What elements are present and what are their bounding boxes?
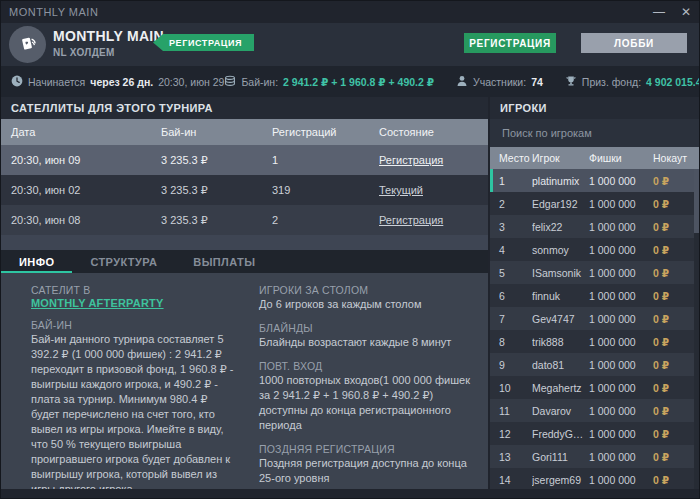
cards-icon <box>18 33 38 57</box>
start-label: Начинается <box>28 76 85 88</box>
player-name: dato81 <box>532 359 589 371</box>
start-countdown: через 26 дн. <box>90 76 153 88</box>
satellite-parent-link[interactable]: MONTHLY AFTERPARTY <box>31 297 237 309</box>
satellite-registrations: 2 <box>272 214 379 226</box>
player-rank: 4 <box>499 244 532 256</box>
player-rank: 13 <box>499 451 532 463</box>
register-button[interactable]: РЕГИСТРАЦИЯ <box>464 33 556 53</box>
player-rank: 9 <box>499 359 532 371</box>
satellite-row[interactable]: 20:30, июн 093 235.3 ₽1Регистрация <box>1 145 488 175</box>
player-row[interactable]: 2Edgar1921 000 0000 ₽ <box>490 192 699 215</box>
player-chips: 1 000 000 <box>589 313 653 325</box>
satellite-status-link[interactable]: Регистрация <box>379 214 488 226</box>
player-name: felix22 <box>532 221 589 233</box>
player-name: Gev4747 <box>532 313 589 325</box>
info-section-text: До 6 игроков за каждым столом <box>259 297 477 312</box>
player-rank: 5 <box>499 267 532 279</box>
player-name: Megahertz <box>532 382 589 394</box>
player-name: trik888 <box>532 336 589 348</box>
player-row[interactable]: 4sonmoy1 000 0000 ₽ <box>490 238 699 261</box>
tab-payouts[interactable]: ВЫПЛАТЫ <box>175 250 273 273</box>
player-name: finnuk <box>532 290 589 302</box>
player-chips: 1 000 000 <box>589 221 653 233</box>
players-header: МестоИгрокФишкиНокаут <box>490 147 699 169</box>
info-col-right: ИГРОКИ ЗА СТОЛОМДо 6 игроков за каждым с… <box>259 274 477 489</box>
player-search-input[interactable] <box>500 126 689 140</box>
player-knockout: 0 ₽ <box>653 428 699 440</box>
player-row[interactable]: 12FreddyGu...1 000 0000 ₽ <box>490 422 699 445</box>
player-chips: 1 000 000 <box>589 428 653 440</box>
player-chips: 1 000 000 <box>589 267 653 279</box>
lobby-button[interactable]: ЛОББИ <box>581 33 687 53</box>
minimize-icon[interactable]: — <box>653 6 665 18</box>
title-bar: MONTHLY MAIN — ✕ <box>1 1 699 23</box>
player-chips: 1 000 000 <box>589 405 653 417</box>
player-rank: 1 <box>499 175 532 187</box>
column-header: Состояние <box>379 126 488 138</box>
player-knockout: 0 ₽ <box>653 336 699 348</box>
satellite-rows: 20:30, июн 093 235.3 ₽1Регистрация20:30,… <box>1 145 488 235</box>
satellite-date: 20:30, июн 02 <box>11 184 161 196</box>
info-section-label: ПОЗДНЯЯ РЕГИСТРАЦИЯ <box>259 443 477 455</box>
player-row[interactable]: 5ISamsonik1 000 0000 ₽ <box>490 261 699 284</box>
satellite-status-link[interactable]: Текущий <box>379 184 488 196</box>
satellite-registrations: 1 <box>272 154 379 166</box>
player-rank: 12 <box>499 428 532 440</box>
players-scrollbar-thumb[interactable] <box>694 169 699 233</box>
player-name: platinumix <box>532 175 589 187</box>
info-section-text: Поздняя регистрация доступна до конца 25… <box>259 456 477 486</box>
tournament-title: MONTHLY MAIN <box>53 28 164 44</box>
player-row[interactable]: 13Gori1111 000 0000 ₽ <box>490 445 699 468</box>
player-chips: 1 000 000 <box>589 336 653 348</box>
player-knockout: 0 ₽ <box>653 382 699 394</box>
info-section-label: БЛАЙНДЫ <box>259 322 477 334</box>
info-section-text: Бай-ин данного турнира составляет 5 392.… <box>31 332 237 489</box>
player-chips: 1 000 000 <box>589 290 653 302</box>
player-name: Gori111 <box>532 451 589 463</box>
satellites-section-title: САТЕЛЛИТЫ ДЛЯ ЭТОГО ТУРНИРА <box>1 97 488 119</box>
info-col-left: САТЕЛИТ ВMONTHLY AFTERPARTYБАЙ-ИНБай-ин … <box>31 274 237 489</box>
satellite-date: 20:30, июн 09 <box>11 154 161 166</box>
players-panel: ИГРОКИ МестоИгрокФишкиНокаут 1platinumix… <box>490 97 699 489</box>
player-row[interactable]: 8trik8881 000 0000 ₽ <box>490 330 699 353</box>
player-chips: 1 000 000 <box>589 175 653 187</box>
player-row[interactable]: 6finnuk1 000 0000 ₽ <box>490 284 699 307</box>
participants-info: Участники: 74 <box>456 75 543 89</box>
trophy-icon <box>565 75 577 89</box>
column-header: Бай-ин <box>161 126 272 138</box>
player-row[interactable]: 3felix221 000 0000 ₽ <box>490 215 699 238</box>
tournament-header: MONTHLY MAIN NL ХОЛДЕМ РЕГИСТРАЦИЯ РЕГИС… <box>1 23 699 66</box>
player-knockout: 0 ₽ <box>653 267 699 279</box>
tournament-lobby-window: MONTHLY MAIN — ✕ MONTHLY MAIN NL ХОЛДЕМ … <box>0 0 700 499</box>
player-row[interactable]: 10Megahertz1 000 0000 ₽ <box>490 376 699 399</box>
tab-structure[interactable]: СТРУКТУРА <box>72 250 175 273</box>
left-panel: САТЕЛЛИТЫ ДЛЯ ЭТОГО ТУРНИРА ДатаБай-инРе… <box>1 97 488 489</box>
window-title: MONTHLY MAIN <box>9 6 98 18</box>
tournament-avatar <box>9 26 46 63</box>
satellite-buyin: 3 235.3 ₽ <box>161 214 272 227</box>
satellite-buyin: 3 235.3 ₽ <box>161 154 272 167</box>
close-icon[interactable]: ✕ <box>681 6 691 18</box>
satellite-status-link[interactable]: Регистрация <box>379 154 488 166</box>
player-name: jsergem69 <box>532 474 589 486</box>
status-badge: РЕГИСТРАЦИЯ <box>153 34 254 51</box>
player-knockout: 0 ₽ <box>653 175 699 187</box>
player-rank: 7 <box>499 313 532 325</box>
player-row[interactable]: 1platinumix1 000 0000 ₽ <box>490 169 699 192</box>
player-rank: 6 <box>499 290 532 302</box>
player-row[interactable]: 11Davarov1 000 0000 ₽ <box>490 399 699 422</box>
player-row[interactable]: 7Gev47471 000 0000 ₽ <box>490 307 699 330</box>
tab-info[interactable]: ИНФО <box>1 250 72 273</box>
info-section-label: ПОВТ. ВХОД <box>259 360 477 372</box>
prize-label: Приз. фонд: <box>582 76 641 88</box>
column-header: Игрок <box>532 152 589 164</box>
column-header: Дата <box>11 126 161 138</box>
satellite-buyin: 3 235.3 ₽ <box>161 184 272 197</box>
player-row[interactable]: 9dato811 000 0000 ₽ <box>490 353 699 376</box>
prize-value: 4 902 015.4 ₽ <box>646 76 700 88</box>
player-row[interactable]: 14jsergem691 000 0000 ₽ <box>490 468 699 489</box>
satellite-row[interactable]: 20:30, июн 083 235.3 ₽2Регистрация <box>1 205 488 235</box>
satellite-row[interactable]: 20:30, июн 023 235.3 ₽319Текущий <box>1 175 488 205</box>
satellite-header: ДатаБай-инРегистрацийСостояние <box>1 119 488 145</box>
player-chips: 1 000 000 <box>589 474 653 486</box>
